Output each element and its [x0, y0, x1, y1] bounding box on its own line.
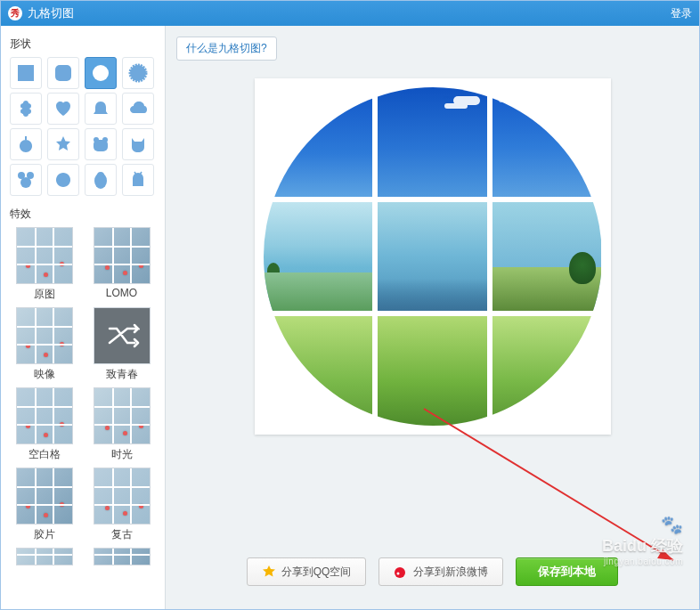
share-qzone-label: 分享到QQ空间: [281, 565, 352, 580]
effect-time[interactable]: 时光: [87, 387, 156, 462]
effect-label: LOMO: [106, 287, 137, 299]
qzone-icon: [262, 565, 276, 579]
preview-canvas[interactable]: [255, 78, 611, 435]
shape-circle[interactable]: [85, 57, 117, 89]
shape-flower[interactable]: [10, 93, 42, 125]
shape-rounded-square[interactable]: [47, 57, 79, 89]
share-weibo-label: 分享到新浪微博: [413, 565, 488, 580]
svg-rect-0: [18, 65, 34, 81]
tile-3: [492, 87, 602, 197]
svg-point-10: [20, 177, 31, 188]
main-area: 什么是九格切图?: [166, 26, 699, 609]
tile-2: [378, 87, 487, 197]
shape-apple[interactable]: [10, 128, 42, 160]
app-icon: 秀: [8, 6, 22, 20]
effect-label: 时光: [111, 447, 133, 462]
effects-grid: 原图 LOMO 映像 致青春 空白格: [10, 227, 156, 565]
effects-section-label: 特效: [10, 207, 156, 222]
effect-label: 复古: [111, 527, 133, 542]
svg-point-2: [93, 65, 109, 81]
effect-youth[interactable]: 致青春: [87, 307, 156, 382]
svg-rect-4: [25, 136, 27, 140]
svg-rect-7: [94, 140, 108, 151]
tile-7: [264, 316, 373, 426]
effect-blank[interactable]: 空白格: [10, 387, 78, 462]
effect-film[interactable]: 胶片: [10, 468, 78, 542]
svg-point-17: [395, 567, 405, 578]
effect-mirror[interactable]: 映像: [10, 307, 78, 382]
svg-point-3: [130, 65, 146, 81]
shuffle-icon: [104, 318, 140, 354]
tile-1: [264, 87, 373, 197]
shape-cloud[interactable]: [122, 93, 154, 125]
window-title: 九格切图: [28, 5, 74, 21]
effect-label: 映像: [34, 367, 55, 382]
share-qzone-button[interactable]: 分享到QQ空间: [247, 557, 367, 586]
shape-square[interactable]: [10, 57, 42, 89]
circle-mask: [264, 87, 602, 426]
footer-bar: 分享到QQ空间 分享到新浪微博 保存到本地: [176, 549, 688, 598]
shape-burst[interactable]: [122, 57, 154, 89]
svg-rect-1: [55, 65, 71, 81]
effect-label: 空白格: [28, 447, 61, 462]
effect-label: 致青春: [106, 367, 138, 382]
effect-lomo[interactable]: LOMO: [87, 227, 156, 302]
shape-heart[interactable]: [47, 93, 79, 125]
effect-extra-2[interactable]: [87, 548, 156, 565]
effect-label: 原图: [34, 287, 55, 302]
app-window: 秀 九格切图 登录 形状: [0, 0, 700, 610]
shape-blob[interactable]: [47, 164, 79, 196]
tile-8: [378, 316, 487, 426]
tile-4: [264, 202, 373, 312]
tile-9: [492, 316, 602, 426]
shape-mickey[interactable]: [10, 164, 42, 196]
shape-grid: [10, 57, 156, 196]
shape-section-label: 形状: [10, 37, 156, 52]
login-link[interactable]: 登录: [671, 6, 692, 21]
sidebar: 形状 特效: [1, 26, 166, 609]
canvas-wrap: [176, 61, 688, 549]
shape-bell[interactable]: [85, 93, 117, 125]
body: 形状 特效: [1, 26, 699, 609]
shape-cat[interactable]: [122, 128, 154, 160]
tile-5: [378, 202, 487, 312]
shape-star[interactable]: [47, 128, 79, 160]
svg-point-12: [97, 172, 104, 179]
effect-retro[interactable]: 复古: [87, 468, 156, 542]
help-link[interactable]: 什么是九格切图?: [176, 37, 277, 61]
share-weibo-button[interactable]: 分享到新浪微博: [378, 557, 503, 586]
save-local-button[interactable]: 保存到本地: [516, 557, 618, 586]
shape-android[interactable]: [122, 164, 154, 196]
shape-bear[interactable]: [85, 128, 117, 160]
titlebar: 秀 九格切图 登录: [1, 1, 699, 26]
shape-penguin[interactable]: [85, 164, 117, 196]
tile-6: [492, 202, 602, 312]
effect-extra-1[interactable]: [10, 548, 78, 565]
effect-original[interactable]: 原图: [10, 227, 78, 302]
nine-grid: [264, 87, 602, 426]
weibo-icon: [394, 565, 408, 579]
effect-label: 胶片: [34, 527, 55, 542]
svg-point-18: [397, 573, 400, 575]
